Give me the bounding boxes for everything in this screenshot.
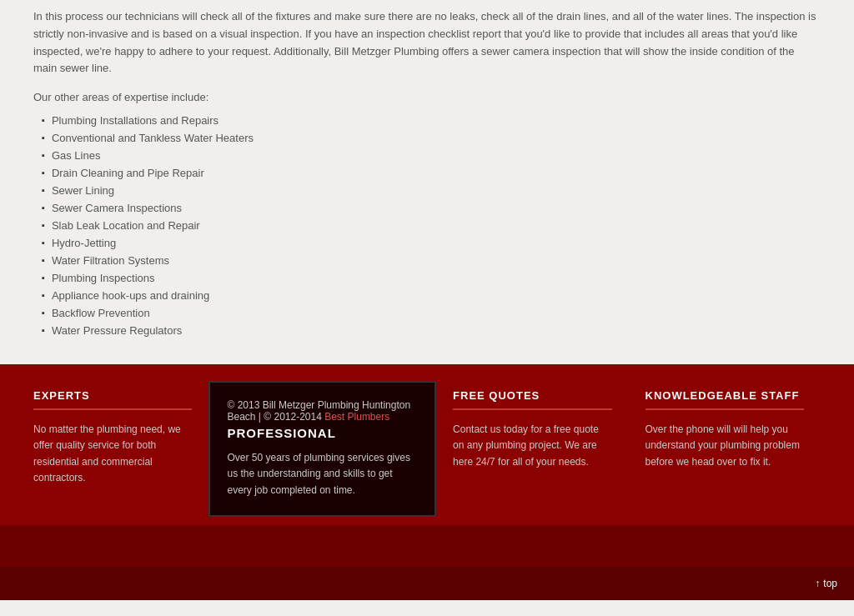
top-link-bar: ↑ top — [0, 567, 854, 600]
staff-heading: KNOWLEDGEABLE STAFF — [646, 389, 804, 402]
top-label: top — [823, 578, 837, 589]
service-item: Plumbing Installations and Repairs — [42, 112, 821, 129]
footer: EXPERTS No matter the plumbing need, we … — [0, 364, 854, 525]
service-item: Plumbing Inspections — [42, 269, 821, 287]
staff-divider — [646, 408, 804, 410]
experts-divider — [33, 408, 192, 410]
quotes-heading: FREE QUOTES — [453, 389, 611, 402]
service-item: Sewer Camera Inspections — [42, 199, 821, 217]
footer-col-experts: EXPERTS No matter the plumbing need, we … — [33, 389, 208, 508]
footer-col-staff: KNOWLEDGEABLE STAFF Over the phone will … — [629, 389, 821, 508]
footer-columns: EXPERTS No matter the plumbing need, we … — [33, 389, 821, 508]
experts-heading: EXPERTS — [33, 389, 192, 402]
service-item: Drain Cleaning and Pipe Repair — [42, 164, 821, 182]
quotes-body: Contact us today for a free quote on any… — [453, 422, 611, 470]
professional-label: PROFESSIONAL — [227, 426, 418, 440]
footer-col-professional: © 2013 Bill Metzger Plumbing Huntington … — [208, 381, 436, 517]
best-plumbers-link[interactable]: Best Plumbers — [324, 411, 389, 423]
service-item: Appliance hook-ups and draining — [42, 287, 821, 304]
copyright-text: © 2013 Bill Metzger Plumbing Huntington … — [227, 399, 418, 423]
service-item: Water Filtration Systems — [42, 252, 821, 269]
staff-body: Over the phone will will help you unders… — [646, 422, 804, 470]
main-content: In this process our technicians will che… — [0, 0, 854, 364]
quotes-divider — [453, 408, 611, 410]
professional-body: Over 50 years of plumbing services gives… — [227, 450, 418, 498]
service-item: Sewer Lining — [42, 182, 821, 199]
service-item: Water Pressure Regulators — [42, 322, 821, 339]
footer-col-quotes: FREE QUOTES Contact us today for a free … — [436, 389, 628, 508]
service-item: Gas Lines — [42, 147, 821, 164]
service-item: Slab Leak Location and Repair — [42, 217, 821, 234]
services-list: Plumbing Installations and RepairsConven… — [33, 112, 821, 339]
top-arrow-icon: ↑ — [815, 578, 820, 589]
footer-bottom — [0, 525, 854, 567]
experts-body: No matter the plumbing need, we offer qu… — [33, 422, 192, 486]
intro-paragraph: In this process our technicians will che… — [33, 8, 821, 78]
service-item: Backflow Prevention — [42, 304, 821, 322]
service-item: Conventional and Tankless Water Heaters — [42, 129, 821, 147]
expertise-heading: Our other areas of expertise include: — [33, 91, 821, 103]
back-to-top-link[interactable]: ↑ top — [815, 578, 837, 589]
service-item: Hydro-Jetting — [42, 234, 821, 252]
